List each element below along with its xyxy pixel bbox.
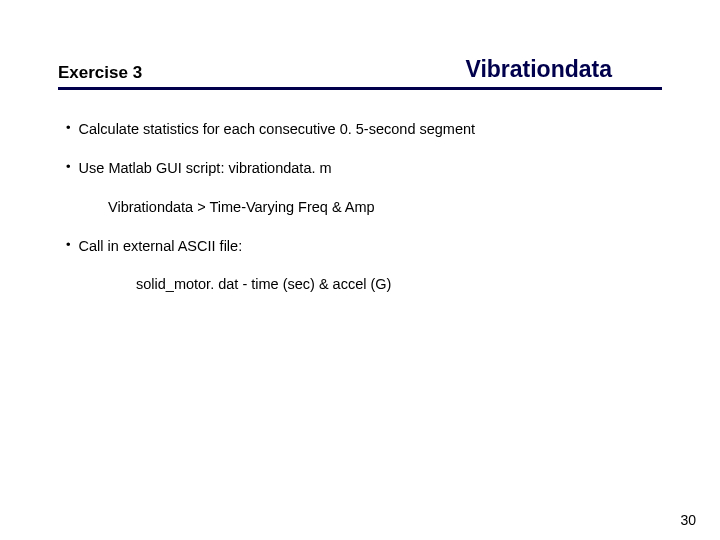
header-title-left: Exercise 3: [58, 63, 142, 83]
slide-content: • Calculate statistics for each consecut…: [58, 120, 662, 294]
slide-container: Exercise 3 Vibrationdata • Calculate sta…: [0, 0, 720, 540]
bullet-3-sub: solid_motor. dat - time (sec) & accel (G…: [136, 275, 662, 294]
bullet-marker: •: [66, 159, 71, 176]
bullet-marker: •: [66, 237, 71, 254]
bullet-text-2: Use Matlab GUI script: vibrationdata. m: [79, 159, 332, 178]
bullet-2-sub: Vibrationdata > Time-Varying Freq & Amp: [108, 198, 662, 217]
slide-header: Exercise 3 Vibrationdata: [58, 56, 662, 90]
bullet-item-2: • Use Matlab GUI script: vibrationdata. …: [58, 159, 662, 178]
bullet-text-1: Calculate statistics for each consecutiv…: [79, 120, 476, 139]
bullet-text-3: Call in external ASCII file:: [79, 237, 243, 256]
header-title-right: Vibrationdata: [465, 56, 662, 83]
bullet-marker: •: [66, 120, 71, 137]
bullet-item-1: • Calculate statistics for each consecut…: [58, 120, 662, 139]
bullet-item-3: • Call in external ASCII file:: [58, 237, 662, 256]
page-number: 30: [680, 512, 696, 528]
